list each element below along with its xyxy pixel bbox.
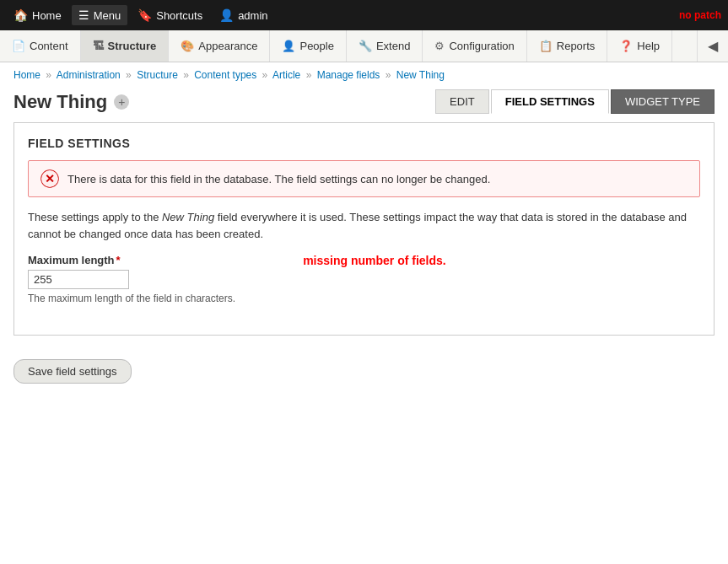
- breadcrumb-structure[interactable]: Structure: [137, 69, 178, 81]
- admin-menu-bar: 📄 Content 🏗 Structure 🎨 Appearance 👤 Peo…: [0, 30, 728, 62]
- menu-item-appearance-label: Appearance: [198, 40, 257, 52]
- breadcrumb-home[interactable]: Home: [13, 69, 40, 81]
- menu-item-extend-label: Extend: [376, 40, 410, 52]
- breadcrumb-manage-fields[interactable]: Manage fields: [317, 69, 380, 81]
- menu-item-reports-label: Reports: [557, 40, 596, 52]
- menu-item-help-label: Help: [637, 40, 660, 52]
- structure-icon: 🏗: [93, 40, 104, 52]
- missing-fields-notice: missing number of fields.: [303, 254, 446, 267]
- tab-buttons: EDIT FIELD SETTINGS WIDGET TYPE: [435, 89, 715, 114]
- breadcrumb-sep-5: »: [306, 69, 312, 81]
- appearance-icon: 🎨: [181, 40, 194, 52]
- menu-item-help[interactable]: ❓ Help: [607, 30, 672, 62]
- breadcrumb-sep-4: »: [262, 69, 268, 81]
- desc-part1: These settings apply to the: [28, 211, 162, 223]
- menu-item-structure-label: Structure: [108, 40, 157, 52]
- breadcrumb: Home » Administration » Structure » Cont…: [0, 62, 728, 84]
- tab-field-settings[interactable]: FIELD SETTINGS: [491, 89, 609, 114]
- shortcuts-toolbar-item[interactable]: 🔖 Shortcuts: [131, 5, 209, 25]
- menu-item-people[interactable]: 👤 People: [270, 30, 346, 62]
- menu-item-people-label: People: [299, 40, 333, 52]
- home-label: Home: [32, 9, 62, 22]
- reports-icon: 📋: [539, 40, 553, 52]
- menu-item-reports[interactable]: 📋 Reports: [527, 30, 608, 62]
- error-alert: ✕ There is data for this field in the da…: [28, 160, 700, 197]
- breadcrumb-sep-6: »: [386, 69, 391, 81]
- max-length-input[interactable]: [28, 270, 129, 289]
- admin-toolbar-item[interactable]: 👤 admin: [213, 5, 274, 25]
- error-message: There is data for this field in the data…: [67, 173, 490, 185]
- admin-menu-right: ◀: [697, 30, 728, 62]
- max-length-help: The maximum length of the field in chara…: [28, 293, 235, 304]
- page-header: New Thing + EDIT FIELD SETTINGS WIDGET T…: [0, 84, 728, 122]
- menu-item-appearance[interactable]: 🎨 Appearance: [169, 30, 270, 62]
- form-group-max-length: Maximum length* The maximum length of th…: [28, 254, 235, 304]
- breadcrumb-new-thing[interactable]: New Thing: [396, 69, 445, 81]
- main-content: FIELD SETTINGS ✕ There is data for this …: [0, 122, 728, 384]
- field-settings-title: FIELD SETTINGS: [28, 137, 700, 150]
- add-icon[interactable]: +: [114, 94, 129, 110]
- required-star: *: [116, 254, 121, 266]
- breadcrumb-sep-3: »: [183, 69, 189, 81]
- shortcuts-label: Shortcuts: [156, 9, 202, 22]
- tab-edit[interactable]: EDIT: [435, 89, 489, 114]
- save-field-settings-button[interactable]: Save field settings: [13, 359, 132, 384]
- menu-icon: ☰: [78, 8, 89, 22]
- menu-item-content-label: Content: [30, 40, 68, 52]
- breadcrumb-content-types[interactable]: Content types: [194, 69, 256, 81]
- menu-item-configuration[interactable]: ⚙ Configuration: [423, 30, 526, 62]
- menu-item-structure[interactable]: 🏗 Structure: [81, 30, 170, 62]
- home-toolbar-item[interactable]: 🏠 Home: [7, 5, 68, 25]
- menu-item-configuration-label: Configuration: [449, 40, 514, 52]
- field-description: These settings apply to the New Thing fi…: [28, 209, 700, 242]
- form-row-max-length: Maximum length* The maximum length of th…: [28, 254, 700, 313]
- desc-italic: New Thing: [162, 211, 214, 223]
- field-settings-section: FIELD SETTINGS ✕ There is data for this …: [13, 122, 715, 336]
- menu-toolbar-item[interactable]: ☰ Menu: [72, 5, 128, 25]
- help-icon: ❓: [619, 40, 633, 52]
- top-toolbar: 🏠 Home ☰ Menu 🔖 Shortcuts 👤 admin no pat…: [0, 0, 728, 30]
- breadcrumb-sep-2: »: [126, 69, 132, 81]
- people-icon: 👤: [282, 40, 295, 52]
- no-patch-notice: no patch: [679, 9, 721, 21]
- menu-label: Menu: [94, 9, 121, 22]
- error-icon: ✕: [40, 169, 59, 188]
- max-length-label: Maximum length*: [28, 254, 235, 266]
- extend-icon: 🔧: [359, 40, 372, 52]
- breadcrumb-article[interactable]: Article: [272, 69, 300, 81]
- home-icon: 🏠: [13, 8, 28, 22]
- content-icon: 📄: [12, 40, 25, 52]
- tab-widget-type[interactable]: WIDGET TYPE: [611, 89, 715, 114]
- svg-text:✕: ✕: [45, 172, 55, 185]
- menu-collapse-button[interactable]: ◀: [697, 30, 728, 62]
- menu-item-extend[interactable]: 🔧 Extend: [347, 30, 423, 62]
- user-icon: 👤: [219, 8, 234, 22]
- page-title: New Thing: [13, 91, 107, 113]
- admin-label: admin: [238, 9, 267, 22]
- configuration-icon: ⚙: [434, 40, 445, 52]
- breadcrumb-administration[interactable]: Administration: [57, 69, 121, 81]
- bookmark-icon: 🔖: [138, 8, 152, 22]
- page-title-row: New Thing +: [13, 91, 129, 113]
- menu-item-content[interactable]: 📄 Content: [0, 30, 81, 62]
- breadcrumb-sep-1: »: [46, 69, 51, 81]
